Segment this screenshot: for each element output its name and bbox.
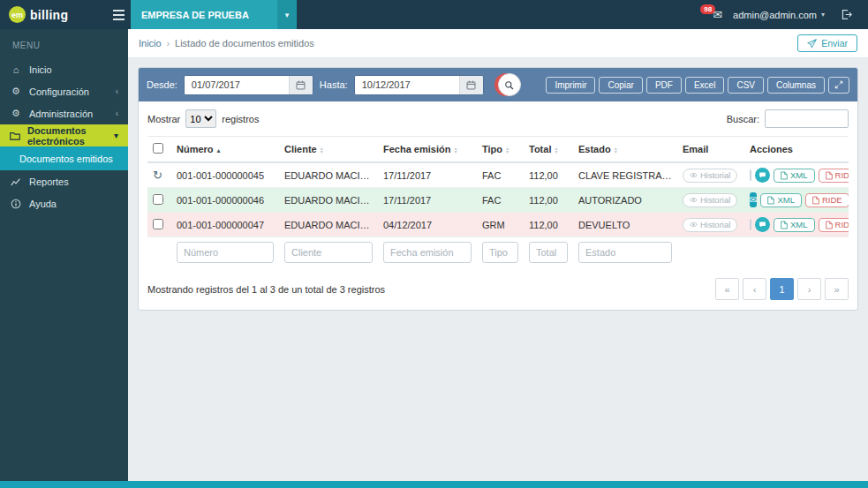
file-icon bbox=[812, 196, 819, 205]
select-all-checkbox[interactable] bbox=[153, 143, 163, 154]
filter-cliente-input[interactable] bbox=[284, 242, 373, 263]
historial-button[interactable]: Historial bbox=[683, 218, 737, 232]
logo-bulb-icon: em bbox=[9, 6, 26, 23]
column-header-fecha[interactable]: Fecha emisión bbox=[378, 137, 477, 163]
file-icon bbox=[781, 171, 788, 180]
buscar-label: Buscar: bbox=[727, 114, 759, 124]
sidebar-item-documentos-electronicos[interactable]: Documentos electrónicos ▾ bbox=[0, 124, 128, 146]
eye-icon bbox=[690, 221, 698, 229]
column-header-estado[interactable]: Estado bbox=[573, 137, 677, 163]
pagination-next-button[interactable]: › bbox=[797, 278, 821, 300]
sort-icon bbox=[506, 146, 509, 154]
search-icon bbox=[504, 80, 514, 90]
xml-button[interactable]: XML bbox=[774, 218, 815, 232]
comment-button[interactable] bbox=[755, 217, 770, 232]
sidebar-item-reportes[interactable]: Reportes bbox=[0, 170, 128, 192]
app-window: em billing EMPRESA DE PRUEBA ▾ 98 ✉ admi… bbox=[0, 0, 868, 488]
filter-estado-input[interactable] bbox=[578, 242, 672, 263]
filter-tipo-input[interactable] bbox=[482, 242, 518, 263]
sidebar-item-documentos-emitidos[interactable]: Documentos emitidos bbox=[0, 146, 128, 170]
sidebar-item-administracion[interactable]: ⚙ Administración ‹ bbox=[0, 102, 128, 124]
cell-cliente: EDUARDO MACIAS bbox=[279, 162, 378, 188]
column-filter-row bbox=[147, 237, 849, 272]
sidebar-item-configuracion[interactable]: ⚙ Configuración ‹ bbox=[0, 80, 128, 102]
comment-button[interactable] bbox=[755, 168, 770, 183]
notifications-button[interactable]: 98 ✉ bbox=[700, 8, 722, 21]
page-size-select[interactable]: 10 bbox=[185, 109, 216, 128]
disabled-send-checkbox[interactable] bbox=[750, 169, 751, 181]
column-header-email[interactable]: Email bbox=[677, 137, 744, 163]
pagination-last-button[interactable]: » bbox=[825, 278, 849, 300]
sidebar-item-label: Inicio bbox=[29, 64, 52, 75]
historial-button[interactable]: Historial bbox=[683, 169, 737, 183]
search-button[interactable] bbox=[498, 73, 521, 96]
company-selector[interactable]: EMPRESA DE PRUEBA ▾ bbox=[131, 0, 297, 29]
buscar-input[interactable] bbox=[765, 109, 849, 128]
cell-estado: CLAVE REGISTRADA bbox=[573, 162, 677, 188]
refresh-icon[interactable]: ↻ bbox=[153, 169, 162, 182]
file-icon bbox=[781, 221, 788, 229]
cell-numero: 001-001-000000047 bbox=[171, 213, 279, 237]
export-buttons: Imprimir Copiar PDF Excel CSV Columnas bbox=[546, 77, 849, 94]
info-circle-icon bbox=[10, 199, 22, 209]
ride-button[interactable]: RIDE bbox=[805, 193, 849, 207]
sort-icon bbox=[454, 146, 457, 154]
csv-button[interactable]: CSV bbox=[728, 77, 764, 94]
disabled-send-checkbox[interactable] bbox=[750, 219, 751, 230]
table-area: Mostrar 10 registros Buscar: bbox=[139, 101, 857, 310]
send-button[interactable]: Enviar bbox=[797, 34, 857, 52]
row-checkbox[interactable] bbox=[153, 219, 163, 229]
filter-total-input[interactable] bbox=[529, 242, 568, 263]
hasta-date-input[interactable] bbox=[355, 76, 459, 94]
company-selector-label: EMPRESA DE PRUEBA bbox=[131, 0, 277, 29]
calendar-icon[interactable] bbox=[459, 76, 483, 94]
sidebar-toggle-button[interactable] bbox=[106, 0, 131, 29]
copiar-button[interactable]: Copiar bbox=[599, 77, 642, 94]
logout-button[interactable] bbox=[835, 8, 857, 21]
imprimir-button[interactable]: Imprimir bbox=[546, 77, 595, 94]
columnas-button[interactable]: Columnas bbox=[767, 77, 825, 94]
row-checkbox[interactable] bbox=[153, 194, 163, 205]
column-header-acciones: Acciones bbox=[744, 137, 849, 163]
table-row: ↻ 001-001-000000045 EDUARDO MACIAS 17/11… bbox=[147, 162, 849, 188]
table-row: 001-001-000000047 EDUARDO MACIAS 04/12/2… bbox=[147, 213, 849, 237]
pagination-first-button[interactable]: « bbox=[715, 278, 739, 300]
send-email-button[interactable]: ✉ bbox=[750, 192, 757, 207]
xml-button[interactable]: XML bbox=[760, 193, 802, 207]
filter-fecha-input[interactable] bbox=[383, 242, 472, 263]
column-header-cliente[interactable]: Cliente bbox=[279, 137, 378, 163]
column-header-tipo[interactable]: Tipo bbox=[477, 137, 524, 163]
table-header-row: Número Cliente Fecha emisión Tipo Total … bbox=[147, 137, 849, 163]
pagination-page-1-button[interactable]: 1 bbox=[770, 278, 794, 300]
file-icon bbox=[767, 196, 774, 205]
pagination-prev-button[interactable]: ‹ bbox=[743, 278, 766, 300]
app-logo[interactable]: em billing bbox=[0, 0, 106, 29]
chevron-left-icon: ‹ bbox=[116, 86, 118, 96]
pdf-button[interactable]: PDF bbox=[646, 77, 682, 94]
chevron-down-icon: ▾ bbox=[821, 11, 825, 19]
historial-button[interactable]: Historial bbox=[683, 193, 737, 207]
ride-button[interactable]: RIDE bbox=[819, 218, 849, 232]
calendar-icon[interactable] bbox=[289, 76, 313, 94]
sidebar-item-ayuda[interactable]: Ayuda bbox=[0, 192, 128, 214]
column-header-total[interactable]: Total bbox=[524, 137, 573, 163]
sign-out-icon bbox=[841, 9, 852, 20]
xml-button[interactable]: XML bbox=[774, 169, 815, 183]
file-icon bbox=[826, 171, 833, 180]
user-menu[interactable]: admin@admin.com ▾ bbox=[733, 10, 825, 20]
filter-numero-input[interactable] bbox=[177, 242, 274, 263]
file-icon bbox=[826, 221, 833, 229]
gear-icon: ⚙ bbox=[10, 108, 22, 119]
breadcrumb-home-link[interactable]: Inicio bbox=[139, 38, 162, 49]
expand-button[interactable] bbox=[828, 77, 849, 94]
sidebar-item-label: Reportes bbox=[29, 176, 69, 187]
sidebar-item-inicio[interactable]: ⌂ Inicio bbox=[0, 58, 128, 80]
home-icon: ⌂ bbox=[10, 64, 22, 75]
column-header-numero[interactable]: Número bbox=[171, 137, 279, 163]
excel-button[interactable]: Excel bbox=[685, 77, 724, 94]
user-email: admin@admin.com bbox=[733, 10, 817, 20]
desde-date-input[interactable] bbox=[185, 76, 289, 94]
sort-asc-icon bbox=[217, 144, 221, 154]
ride-button[interactable]: RIDE bbox=[819, 169, 849, 183]
cell-cliente: EDUARDO MACIAS bbox=[279, 188, 378, 213]
